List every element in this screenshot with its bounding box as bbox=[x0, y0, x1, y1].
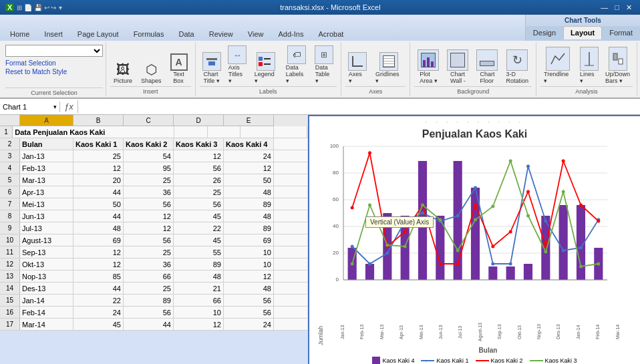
format-selection-button[interactable]: Format Selection bbox=[5, 59, 103, 67]
data-cell[interactable]: Bulan bbox=[20, 138, 73, 150]
tab-layout[interactable]: Layout bbox=[563, 26, 602, 39]
tab-format[interactable]: Format bbox=[602, 26, 640, 39]
lines-button[interactable]: Lines ▾ bbox=[577, 45, 601, 86]
axes-button[interactable]: Axes ▾ bbox=[345, 50, 369, 86]
data-cell[interactable]: Apr-13 bbox=[20, 186, 73, 198]
data-cell[interactable]: 24 bbox=[224, 150, 274, 162]
chart-container[interactable]: · · · · · · · · · · Penjualan Kaos Kaki … bbox=[308, 115, 640, 364]
chart-title-button[interactable]: ChartTitle ▾ bbox=[200, 50, 224, 86]
data-cell[interactable]: 89 bbox=[174, 258, 224, 270]
data-cell[interactable]: 45 bbox=[174, 234, 224, 246]
data-cell[interactable]: 22 bbox=[73, 295, 124, 306]
data-cell[interactable]: 55 bbox=[174, 246, 224, 258]
data-cell[interactable]: 12 bbox=[73, 246, 124, 258]
close-button[interactable]: ✕ bbox=[623, 3, 635, 13]
data-cell[interactable]: Jan-13 bbox=[20, 150, 73, 162]
data-cell[interactable] bbox=[174, 126, 208, 138]
data-cell[interactable]: 25 bbox=[124, 174, 174, 186]
data-cell[interactable]: Okt-13 bbox=[20, 258, 73, 270]
data-cell[interactable]: 56 bbox=[174, 162, 224, 174]
tab-addins[interactable]: Add-Ins bbox=[271, 27, 311, 41]
tab-data[interactable]: Data bbox=[171, 27, 201, 41]
data-cell[interactable]: 54 bbox=[124, 150, 174, 162]
updown-bars-button[interactable]: Up/DownBars ▾ bbox=[603, 45, 633, 86]
data-cell[interactable]: 89 bbox=[224, 198, 274, 210]
data-cell[interactable]: 48 bbox=[224, 283, 274, 294]
data-cell[interactable]: 95 bbox=[124, 162, 174, 174]
tab-formulas[interactable]: Formulas bbox=[126, 27, 172, 41]
data-cell[interactable]: 50 bbox=[73, 198, 124, 210]
data-table-button[interactable]: ⊞ DataTable ▾ bbox=[312, 43, 337, 86]
data-labels-button[interactable]: 🏷 DataLabels ▾ bbox=[283, 43, 311, 86]
data-cell[interactable]: 22 bbox=[174, 222, 224, 234]
picture-button[interactable]: 🖼 Picture bbox=[110, 60, 136, 86]
chart-area-dropdown[interactable]: Chart Area bbox=[5, 45, 103, 57]
data-cell[interactable]: 69 bbox=[73, 234, 124, 246]
data-cell[interactable]: 24 bbox=[73, 307, 124, 318]
data-cell[interactable]: 85 bbox=[73, 270, 124, 282]
reset-to-match-style-button[interactable]: Reset to Match Style bbox=[5, 67, 103, 76]
data-cell[interactable]: 10 bbox=[224, 258, 274, 270]
axis-titles-button[interactable]: ↔ AxisTitles ▾ bbox=[225, 43, 250, 86]
tab-acrobat[interactable]: Acrobat bbox=[311, 27, 351, 41]
textbox-button[interactable]: A TextBox bbox=[167, 51, 191, 86]
shapes-button[interactable]: ⬡ Shapes bbox=[138, 59, 165, 86]
chart-floor-button[interactable]: ChartFloor bbox=[473, 47, 501, 86]
data-cell[interactable]: Kaos Kaki 3 bbox=[174, 138, 224, 150]
name-box-dropdown-icon[interactable]: ▾ bbox=[53, 104, 57, 110]
data-cell[interactable]: 44 bbox=[73, 283, 124, 294]
data-cell[interactable] bbox=[241, 126, 274, 138]
data-cell[interactable]: 48 bbox=[224, 210, 274, 222]
data-cell[interactable]: 44 bbox=[73, 186, 124, 198]
data-cell[interactable]: Feb-14 bbox=[20, 307, 73, 318]
data-cell[interactable]: 66 bbox=[124, 270, 174, 282]
data-cell[interactable]: 44 bbox=[73, 210, 124, 222]
data-cell[interactable]: 56 bbox=[224, 307, 274, 318]
data-cell[interactable]: 89 bbox=[124, 295, 174, 306]
col-header-A[interactable]: A bbox=[20, 115, 73, 126]
col-header-D[interactable]: D bbox=[174, 115, 224, 126]
tab-design[interactable]: Design bbox=[526, 26, 563, 39]
data-cell[interactable]: 21 bbox=[174, 283, 224, 294]
data-cell[interactable]: Des-13 bbox=[20, 283, 73, 294]
data-cell[interactable]: Feb-13 bbox=[20, 162, 73, 174]
data-cell[interactable]: 20 bbox=[73, 174, 124, 186]
data-cell[interactable] bbox=[274, 126, 307, 138]
name-box[interactable]: Chart 1 ▾ bbox=[0, 102, 60, 112]
data-cell[interactable]: 12 bbox=[224, 270, 274, 282]
tab-insert[interactable]: Insert bbox=[37, 27, 70, 41]
legend-button[interactable]: Legend ▾ bbox=[251, 50, 281, 86]
data-cell[interactable]: 56 bbox=[224, 295, 274, 306]
data-cell[interactable]: Jul-13 bbox=[20, 222, 73, 234]
data-cell[interactable]: 45 bbox=[73, 319, 124, 330]
data-cell[interactable]: 56 bbox=[124, 198, 174, 210]
data-cell[interactable]: 26 bbox=[174, 174, 224, 186]
data-cell[interactable]: Mar-14 bbox=[20, 319, 73, 330]
data-cell[interactable]: Kaos Kaki 1 bbox=[73, 138, 124, 150]
maximize-button[interactable]: □ bbox=[612, 3, 622, 13]
data-cell[interactable]: Kaos Kaki 4 bbox=[224, 138, 274, 150]
data-cell[interactable]: Data Penjualan Kaos Kaki bbox=[13, 126, 174, 138]
data-cell[interactable]: 12 bbox=[73, 162, 124, 174]
data-cell[interactable]: Agust-13 bbox=[20, 234, 73, 246]
data-cell[interactable]: 36 bbox=[124, 258, 174, 270]
data-cell[interactable]: Sep-13 bbox=[20, 246, 73, 258]
data-cell[interactable]: 12 bbox=[124, 222, 174, 234]
chart-wall-button[interactable]: ChartWall - bbox=[444, 47, 472, 86]
data-cell[interactable] bbox=[208, 126, 241, 138]
data-cell[interactable]: 56 bbox=[174, 198, 224, 210]
data-cell[interactable]: Nop-13 bbox=[20, 270, 73, 282]
data-cell[interactable]: 10 bbox=[174, 307, 224, 318]
tab-view[interactable]: View bbox=[241, 27, 271, 41]
data-cell[interactable]: 12 bbox=[174, 319, 224, 330]
data-cell[interactable]: Jun-13 bbox=[20, 210, 73, 222]
data-cell[interactable]: 25 bbox=[174, 186, 224, 198]
data-cell[interactable]: Mei-13 bbox=[20, 198, 73, 210]
tab-home[interactable]: Home bbox=[3, 27, 37, 41]
data-cell[interactable]: 12 bbox=[124, 210, 174, 222]
data-cell[interactable]: 12 bbox=[174, 150, 224, 162]
col-header-E[interactable]: E bbox=[224, 115, 274, 126]
gridlines-button[interactable]: Gridlines ▾ bbox=[372, 50, 406, 86]
data-cell[interactable]: 89 bbox=[224, 222, 274, 234]
data-cell[interactable]: 25 bbox=[73, 150, 124, 162]
